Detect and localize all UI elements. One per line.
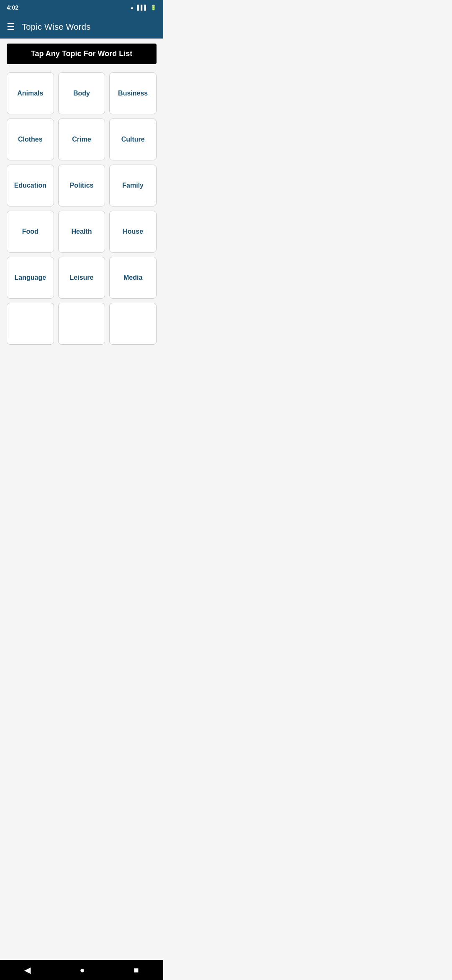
signal-icon: ▌▌▌ [137, 5, 148, 10]
topic-card-crime[interactable]: Crime [58, 119, 105, 160]
wifi-icon: ▲ [130, 5, 135, 10]
topic-card-education[interactable]: Education [7, 165, 54, 206]
topic-label-business: Business [116, 88, 149, 99]
topic-label-crime: Crime [70, 134, 92, 145]
topic-label-food: Food [21, 226, 40, 237]
topic-label-politics: Politics [68, 180, 95, 191]
topic-card-language[interactable]: Language [7, 257, 54, 299]
topic-label-partial3 [131, 322, 135, 325]
app-title: Topic Wise Words [22, 22, 90, 32]
topic-label-health: Health [70, 226, 94, 237]
banner: Tap Any Topic For Word List [7, 44, 157, 64]
topic-label-language: Language [13, 272, 48, 283]
topic-card-partial3[interactable] [109, 303, 157, 345]
topic-label-media: Media [122, 272, 144, 283]
topic-card-health[interactable]: Health [58, 211, 105, 253]
status-bar: 4:02 ▲ ▌▌▌ 🔋 [0, 0, 163, 15]
topic-card-culture[interactable]: Culture [109, 119, 157, 160]
topic-card-family[interactable]: Family [109, 165, 157, 206]
topic-card-clothes[interactable]: Clothes [7, 119, 54, 160]
topic-card-media[interactable]: Media [109, 257, 157, 299]
status-icons: ▲ ▌▌▌ 🔋 [130, 5, 157, 10]
topic-card-leisure[interactable]: Leisure [58, 257, 105, 299]
topic-label-clothes: Clothes [16, 134, 44, 145]
topic-card-business[interactable]: Business [109, 72, 157, 114]
topic-card-food[interactable]: Food [7, 211, 54, 253]
topic-label-partial2 [80, 322, 83, 325]
topic-card-partial1[interactable] [7, 303, 54, 345]
topic-label-family: Family [121, 180, 145, 191]
topic-label-partial1 [28, 322, 32, 325]
topic-grid: AnimalsBodyBusinessClothesCrimeCultureEd… [0, 69, 163, 351]
topic-label-body: Body [72, 88, 92, 99]
topic-label-leisure: Leisure [68, 272, 95, 283]
topic-card-politics[interactable]: Politics [58, 165, 105, 206]
menu-icon[interactable]: ☰ [7, 21, 15, 32]
topic-card-house[interactable]: House [109, 211, 157, 253]
app-bar: ☰ Topic Wise Words [0, 15, 163, 39]
topic-card-partial2[interactable] [58, 303, 105, 345]
topic-label-house: House [121, 226, 145, 237]
topic-card-animals[interactable]: Animals [7, 72, 54, 114]
status-time: 4:02 [7, 4, 18, 11]
topic-label-animals: Animals [15, 88, 45, 99]
battery-icon: 🔋 [150, 5, 157, 10]
topic-label-culture: Culture [120, 134, 146, 145]
topic-card-body[interactable]: Body [58, 72, 105, 114]
topic-label-education: Education [13, 180, 48, 191]
